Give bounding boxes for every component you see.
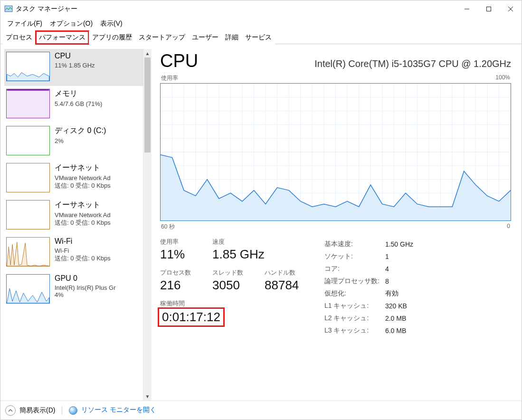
sidebar-thumb <box>6 52 50 81</box>
sidebar-item-sub2: 4% <box>55 291 141 298</box>
tab-app-history[interactable]: アプリの履歴 <box>89 31 135 44</box>
svg-marker-8 <box>7 242 49 266</box>
sidebar-text: ディスク 0 (C:)2% <box>55 126 141 155</box>
resource-monitor-link[interactable]: リソース モニターを開く <box>69 406 156 414</box>
base-speed-label: 基本速度: <box>324 239 384 250</box>
svg-rect-7 <box>7 89 49 91</box>
tab-startup[interactable]: スタートアップ <box>135 31 189 44</box>
sidebar-item-3[interactable]: イーサネットVMware Network Ad送信: 0 受信: 0 Kbps <box>4 160 143 197</box>
sockets-label: ソケット: <box>324 251 384 262</box>
l1-cache-label: L1 キャッシュ: <box>324 300 384 312</box>
processes-value: 216 <box>160 278 200 293</box>
sidebar-item-title: イーサネット <box>55 163 141 173</box>
usage-value: 11% <box>160 247 200 262</box>
virtualization-label: 仮想化: <box>324 288 384 299</box>
sidebar-item-title: CPU <box>55 52 141 60</box>
tab-services[interactable]: サービス <box>242 31 275 44</box>
tab-users[interactable]: ユーザー <box>189 31 222 44</box>
speed-value: 1.85 GHz <box>212 247 265 262</box>
menu-options[interactable]: オプション(O) <box>46 19 96 29</box>
menu-file[interactable]: ファイル(F) <box>3 19 46 29</box>
statusbar: 簡易表示(D) リソース モニターを開く <box>0 401 522 420</box>
uptime-label: 稼働時間 <box>160 299 222 308</box>
usage-label: 使用率 <box>160 238 200 246</box>
cores-value: 4 <box>385 263 418 275</box>
menu-view[interactable]: 表示(V) <box>96 19 126 29</box>
sidebar-text: CPU11% 1.85 GHz <box>55 52 141 81</box>
sidebar-text: イーサネットVMware Network Ad送信: 0 受信: 0 Kbps <box>55 200 141 229</box>
sidebar-thumb <box>6 274 50 304</box>
speed-label: 速度 <box>212 238 265 246</box>
sidebar-text: イーサネットVMware Network Ad送信: 0 受信: 0 Kbps <box>55 163 141 192</box>
scrollbar-thumb[interactable] <box>144 57 151 153</box>
sidebar-item-title: メモリ <box>55 89 141 99</box>
stats-area: 使用率11% 速度1.85 GHz プロセス数216 スレッド数3050 ハンド… <box>160 238 511 337</box>
l2-cache-label: L2 キャッシュ: <box>324 313 384 324</box>
threads-label: スレッド数 <box>212 268 252 277</box>
svg-marker-5 <box>7 73 49 81</box>
sidebar-item-sub: VMware Network Ad <box>55 211 141 219</box>
sidebar-thumb <box>6 200 50 229</box>
cpu-model: Intel(R) Core(TM) i5-1035G7 CPU @ 1.20GH… <box>314 58 511 69</box>
l3-cache-label: L3 キャッシュ: <box>324 325 384 336</box>
sidebar-item-title: GPU 0 <box>55 274 141 283</box>
sidebar-item-2[interactable]: ディスク 0 (C:)2% <box>4 123 143 160</box>
handles-value: 88784 <box>265 278 304 293</box>
resource-monitor-icon <box>69 406 77 415</box>
base-speed-value: 1.50 GHz <box>385 239 418 250</box>
chart-label-60s: 60 秒 <box>161 223 175 231</box>
logical-label: 論理プロセッサ数: <box>324 276 384 287</box>
handles-label: ハンドル数 <box>265 268 304 277</box>
svg-rect-6 <box>7 90 49 118</box>
sidebar-item-4[interactable]: イーサネットVMware Network Ad送信: 0 受信: 0 Kbps <box>4 197 143 234</box>
detail-heading: CPU <box>160 51 198 71</box>
sidebar-item-sub: Wi-Fi <box>55 247 141 254</box>
sidebar-item-5[interactable]: Wi-FiWi-Fi送信: 0 受信: 0 Kbps <box>4 234 143 271</box>
tab-performance[interactable]: パフォーマンス <box>36 31 89 44</box>
sockets-value: 1 <box>385 251 418 262</box>
sidebar-item-sub: 11% 1.85 GHz <box>55 62 141 69</box>
tab-processes[interactable]: プロセス <box>2 31 36 44</box>
sidebar-text: GPU 0Intel(R) Iris(R) Plus Gr4% <box>55 274 141 304</box>
sidebar-item-sub2: 送信: 0 受信: 0 Kbps <box>55 219 141 227</box>
resource-monitor-label: リソース モニターを開く <box>81 406 156 413</box>
sidebar-thumb <box>6 237 50 267</box>
sidebar-item-sub2: 送信: 0 受信: 0 Kbps <box>55 181 141 190</box>
sidebar-item-title: イーサネット <box>55 200 141 210</box>
sidebar-item-sub: Intel(R) Iris(R) Plus Gr <box>55 284 141 291</box>
sidebar-panel: CPU11% 1.85 GHzメモリ5.4/7.6 GB (71%)ディスク 0… <box>0 44 152 401</box>
sidebar-item-1[interactable]: メモリ5.4/7.6 GB (71%) <box>4 86 143 123</box>
logical-value: 8 <box>385 276 418 287</box>
scroll-down-icon[interactable]: ▼ <box>143 392 152 401</box>
tab-strip: プロセス パフォーマンス アプリの履歴 スタートアップ ユーザー 詳細 サービス <box>0 30 522 44</box>
sidebar-item-0[interactable]: CPU11% 1.85 GHz <box>4 49 143 86</box>
tab-details[interactable]: 詳細 <box>222 31 242 44</box>
cores-label: コア: <box>324 263 384 275</box>
maximize-button[interactable] <box>478 1 500 17</box>
cpu-spec-table: 基本速度:1.50 GHz ソケット:1 コア:4 論理プロセッサ数:8 仮想化… <box>323 238 419 337</box>
minimize-button[interactable] <box>456 1 478 17</box>
chart-label-0: 0 <box>507 223 510 231</box>
sidebar-thumb <box>6 126 50 155</box>
scroll-up-icon[interactable]: ▲ <box>143 49 152 57</box>
sidebar-item-sub: 5.4/7.6 GB (71%) <box>55 100 141 107</box>
l1-cache-value: 320 KB <box>385 300 418 312</box>
chart-label-100: 100% <box>495 74 510 82</box>
chart-label-usage: 使用率 <box>161 74 178 82</box>
sidebar-item-sub2: 送信: 0 受信: 0 Kbps <box>55 254 141 263</box>
sidebar-thumb <box>6 89 50 118</box>
processes-label: プロセス数 <box>160 268 200 277</box>
sidebar-item-title: Wi-Fi <box>55 237 141 246</box>
simple-view-button[interactable]: 簡易表示(D) <box>19 406 55 415</box>
statusbar-divider <box>62 406 62 415</box>
close-button[interactable] <box>500 1 522 17</box>
sidebar-scrollbar[interactable]: ▲ ▼ <box>143 49 152 401</box>
cpu-chart <box>160 83 511 221</box>
sidebar-text: メモリ5.4/7.6 GB (71%) <box>55 89 141 118</box>
detail-pane: CPU Intel(R) Core(TM) i5-1035G7 CPU @ 1.… <box>152 44 522 401</box>
l2-cache-value: 2.0 MB <box>385 313 418 324</box>
sidebar-list: CPU11% 1.85 GHzメモリ5.4/7.6 GB (71%)ディスク 0… <box>4 49 143 401</box>
sidebar-item-sub: VMware Network Ad <box>55 174 141 181</box>
collapse-toggle[interactable] <box>5 405 16 416</box>
sidebar-item-6[interactable]: GPU 0Intel(R) Iris(R) Plus Gr4% <box>4 271 143 308</box>
